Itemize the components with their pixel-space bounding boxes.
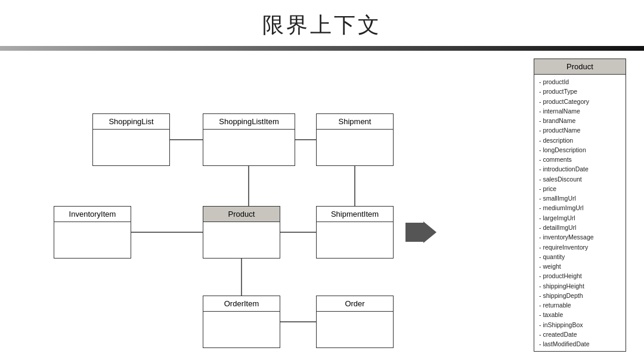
uml-box-product-header: Product xyxy=(203,207,280,222)
uml-box-shopping-list-body xyxy=(93,130,169,165)
product-attr-line: - detailImgUrl xyxy=(539,223,621,232)
product-attr-line: - longDescription xyxy=(539,145,621,155)
product-attr-line: - internalName xyxy=(539,106,621,116)
uml-box-shopping-list-item: ShoppingListItem xyxy=(203,113,295,166)
arrow-shaft xyxy=(405,223,423,242)
product-attr-line: - mediumImgUrl xyxy=(539,203,621,213)
uml-box-shipment-item-body xyxy=(317,222,393,258)
product-attr-line: - weight xyxy=(539,262,621,271)
uml-box-inventory-item-header: InventoryItem xyxy=(54,207,131,222)
product-detail-box: Product - productId- productType- produc… xyxy=(534,59,626,352)
uml-box-order-item-header: OrderItem xyxy=(203,296,280,312)
product-attr-line: - smallImgUrl xyxy=(539,193,621,203)
uml-box-order-item-body xyxy=(203,312,280,347)
product-detail-header: Product xyxy=(534,59,626,75)
product-attr-line: - largeImgUrl xyxy=(539,213,621,223)
uml-box-order: Order xyxy=(316,296,394,348)
uml-box-shipment-item: ShipmentItem xyxy=(316,206,394,259)
product-attr-line: - productType xyxy=(539,87,621,96)
uml-box-inventory-item: InventoryItem xyxy=(54,206,131,259)
product-attr-line: - requireInventory xyxy=(539,242,621,252)
product-attr-line: - salesDiscount xyxy=(539,174,621,184)
arrow xyxy=(405,222,436,243)
product-attr-line: - shippingDepth xyxy=(539,291,621,300)
page-title: 限界上下文 xyxy=(0,0,644,46)
uml-box-order-header: Order xyxy=(317,296,393,312)
product-attr-line: - comments xyxy=(539,155,621,164)
product-attr-line: - returnable xyxy=(539,300,621,310)
product-attr-line: - productName xyxy=(539,125,621,135)
product-attr-line: - brandName xyxy=(539,116,621,125)
product-attr-line: - inShippingBox xyxy=(539,320,621,330)
uml-box-shopping-list-item-body xyxy=(203,130,295,165)
product-detail-attributes: - productId- productType- productCategor… xyxy=(534,75,626,351)
uml-box-inventory-item-body xyxy=(54,222,131,258)
product-attr-line: - lastModifiedDate xyxy=(539,339,621,349)
product-attr-line: - description xyxy=(539,136,621,145)
uml-box-shopping-list: ShoppingList xyxy=(92,113,170,166)
product-attr-line: - shippingHeight xyxy=(539,281,621,291)
product-attr-line: - taxable xyxy=(539,310,621,319)
product-attr-line: - productId xyxy=(539,77,621,87)
uml-box-shipment-header: Shipment xyxy=(317,114,393,130)
uml-box-shopping-list-header: ShoppingList xyxy=(93,114,169,130)
uml-box-shipment-body xyxy=(317,130,393,165)
uml-box-order-item: OrderItem xyxy=(203,296,280,348)
uml-box-shopping-list-item-header: ShoppingListItem xyxy=(203,114,295,130)
uml-box-product-body xyxy=(203,222,280,258)
uml-box-shipment-item-header: ShipmentItem xyxy=(317,207,393,222)
product-attr-line: - inventoryMessage xyxy=(539,232,621,242)
uml-box-order-body xyxy=(317,312,393,347)
uml-box-shipment: Shipment xyxy=(316,113,394,166)
product-attr-line: - introductionDate xyxy=(539,164,621,174)
diagram: ShoppingListShoppingListItemShipmentInve… xyxy=(0,48,644,363)
product-attr-line: - price xyxy=(539,184,621,193)
product-attr-line: - productCategory xyxy=(539,97,621,106)
product-attr-line: - quantity xyxy=(539,252,621,262)
uml-box-product: Product xyxy=(203,206,280,259)
product-attr-line: - productHeight xyxy=(539,271,621,281)
product-attr-line: - createdDate xyxy=(539,330,621,339)
